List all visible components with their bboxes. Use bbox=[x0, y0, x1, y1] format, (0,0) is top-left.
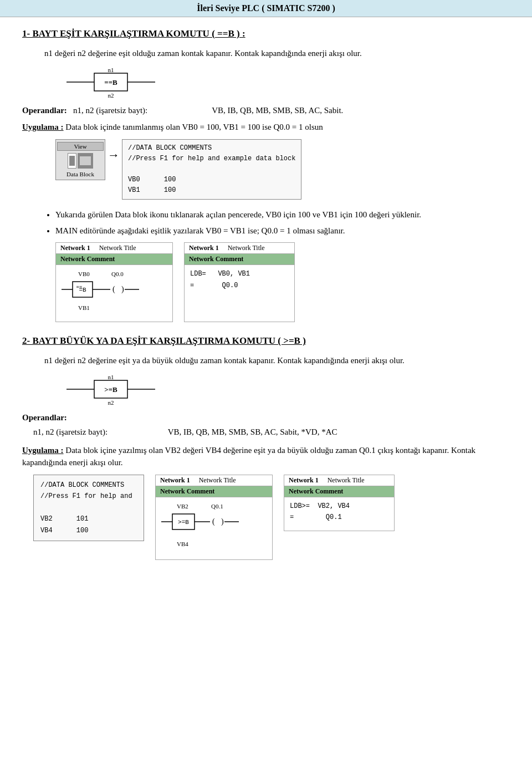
circuit-diagram-eqb: ==B n1 n2 bbox=[66, 65, 155, 99]
network-label-right-s2: Network 1 bbox=[284, 475, 323, 486]
operandlar-block-s2: Operandlar: n1, n2 (işaretsiz bayt): VB,… bbox=[22, 411, 510, 439]
operandlar-detail-s2: n1, n2 (işaretsiz bayt): VB, IB, QB, MB,… bbox=[33, 426, 510, 439]
svg-text:VB4: VB4 bbox=[177, 541, 188, 547]
db2-line2: //Press F1 for help and bbox=[40, 491, 137, 502]
network-title-right: Network Title bbox=[223, 243, 294, 254]
db-code-bottom: //DATA BLOCK COMMENTS //Press F1 for hel… bbox=[33, 475, 144, 541]
svg-text:(: ( bbox=[112, 285, 115, 294]
network-body-right: LDB= VB0, VB1 = Q0.0 bbox=[185, 265, 294, 298]
svg-text:n1: n1 bbox=[108, 374, 114, 380]
svg-text:>=B: >=B bbox=[178, 519, 189, 526]
network-body-right-s2: LDB>= VB2, VB4 = Q0.1 bbox=[284, 497, 394, 531]
ladder-eqb-svg: VB0 Q0.0 =B == ( ) VB1 bbox=[62, 268, 167, 318]
db-code-line-4: VB0 100 bbox=[128, 175, 295, 185]
page-title: İleri Seviye PLC ( SIMATIC S7200 ) bbox=[197, 3, 335, 13]
db-code-line-2: //Press F1 for help and example data blo… bbox=[128, 154, 295, 164]
page-header: İleri Seviye PLC ( SIMATIC S7200 ) bbox=[0, 0, 532, 17]
svg-text:Q0.1: Q0.1 bbox=[211, 503, 223, 510]
db2-line1: //DATA BLOCK COMMENTS bbox=[40, 480, 137, 491]
bullets-section1: Yukarıda görülen Data blok ikonu tıklana… bbox=[55, 208, 510, 237]
network-comment-mid-s2: Network Comment bbox=[156, 486, 272, 497]
uygulama-line-s2: Uygulama : Data blok içine yazılmış olan… bbox=[22, 444, 510, 469]
network-title-mid-s2: Network Title bbox=[195, 475, 272, 486]
network-body-left: VB0 Q0.0 =B == ( ) VB1 bbox=[56, 265, 172, 322]
db-code-line-5: VB1 100 bbox=[128, 185, 295, 196]
ladder-geb-svg: VB2 Q0.1 >=B ( ) VB4 bbox=[161, 501, 267, 556]
svg-text:VB1: VB1 bbox=[78, 304, 90, 311]
network-box-mid-s2: Network 1 Network Title Network Comment … bbox=[155, 475, 273, 560]
bullet2: MAIN editöründe aşağıdaki eşitlik yazıla… bbox=[55, 225, 510, 237]
network-box-right-s2: Network 1 Network Title Network Comment … bbox=[284, 475, 395, 531]
network-comment-right-s2: Network Comment bbox=[284, 486, 394, 497]
bottom-row: //DATA BLOCK COMMENTS //Press F1 for hel… bbox=[33, 475, 510, 560]
section2-title: 2- BAYT BÜYÜK YA DA EŞİT KARŞILAŞTIRMA K… bbox=[22, 335, 510, 347]
operandlar-line: Operandlar: n1, n2 (işaretsiz bayt): VB,… bbox=[22, 104, 510, 117]
network-header-left: Network 1 Network Title bbox=[56, 243, 172, 254]
datablock-view: View Data Block bbox=[55, 139, 105, 180]
section2: 2- BAYT BÜYÜK YA DA EŞİT KARŞILAŞTIRMA K… bbox=[22, 335, 510, 560]
network-header-right-s2: Network 1 Network Title bbox=[284, 475, 394, 486]
networks-row-section1: Network 1 Network Title Network Comment … bbox=[55, 242, 510, 322]
datablock-container: View Data Block → //DATA BLOCK COMMENTS … bbox=[55, 139, 510, 200]
network-title-left: Network Title bbox=[95, 243, 172, 254]
svg-text:VB2: VB2 bbox=[177, 503, 188, 510]
network-comment-right: Network Comment bbox=[185, 254, 294, 265]
svg-text:n2: n2 bbox=[108, 399, 114, 406]
svg-text:VB0: VB0 bbox=[78, 271, 90, 277]
svg-text:(: ( bbox=[212, 517, 215, 526]
svg-text:==: == bbox=[76, 284, 83, 290]
svg-text:): ) bbox=[121, 285, 124, 294]
network-label-right: Network 1 bbox=[185, 243, 223, 254]
arrow-right: → bbox=[108, 149, 120, 161]
network-comment-left: Network Comment bbox=[56, 254, 172, 265]
network-box-right: Network 1 Network Title Network Comment … bbox=[184, 242, 295, 322]
db2-line5: VB4 100 bbox=[40, 525, 137, 536]
uygulama-line1: Uygulama : Data blok içinde tanımlanmış … bbox=[22, 121, 510, 134]
svg-text:n2: n2 bbox=[108, 92, 114, 99]
stl-line1: LDB= VB0, VB1 bbox=[190, 268, 289, 279]
network-body-mid-s2: VB2 Q0.1 >=B ( ) VB4 bbox=[156, 497, 272, 559]
operandlar-line-s2: Operandlar: bbox=[22, 411, 510, 424]
db2-line4: VB2 101 bbox=[40, 513, 137, 525]
section2-para1: n1 değeri n2 değerine eşit ya da büyük o… bbox=[44, 354, 510, 367]
section1-para1: n1 değeri n2 değerine eşit olduğu zaman … bbox=[44, 47, 510, 60]
db-code-line-1: //DATA BLOCK COMMENTS bbox=[128, 143, 295, 154]
network-box-left: Network 1 Network Title Network Comment … bbox=[55, 242, 173, 322]
section1-title: 1- BAYT EŞİT KARŞILAŞTIRMA KOMUTU ( ==B … bbox=[22, 28, 510, 39]
svg-text:): ) bbox=[221, 517, 224, 526]
network-label-mid-s2: Network 1 bbox=[156, 475, 195, 486]
circuit-diagram-geb: >=B n1 n2 bbox=[66, 373, 155, 406]
network-header-right: Network 1 Network Title bbox=[185, 243, 294, 254]
bullet1: Yukarıda görülen Data blok ikonu tıklana… bbox=[55, 208, 510, 221]
stl2-line1: LDB>= VB2, VB4 bbox=[290, 501, 388, 512]
stl-line2: = Q0.0 bbox=[190, 280, 289, 291]
datablock-code: //DATA BLOCK COMMENTS //Press F1 for hel… bbox=[122, 139, 301, 200]
stl2-line2: = Q0.1 bbox=[290, 512, 388, 523]
svg-text:>=B: >=B bbox=[104, 385, 117, 394]
db-label: Data Block bbox=[57, 171, 104, 177]
network-header-mid-s2: Network 1 Network Title bbox=[156, 475, 272, 486]
network-label-left: Network 1 bbox=[56, 243, 95, 254]
svg-text:==B: ==B bbox=[104, 78, 117, 86]
view-label: View bbox=[57, 142, 104, 151]
network-title-right-s2: Network Title bbox=[323, 475, 394, 486]
svg-text:n1: n1 bbox=[108, 67, 114, 73]
svg-text:Q0.0: Q0.0 bbox=[111, 271, 124, 277]
